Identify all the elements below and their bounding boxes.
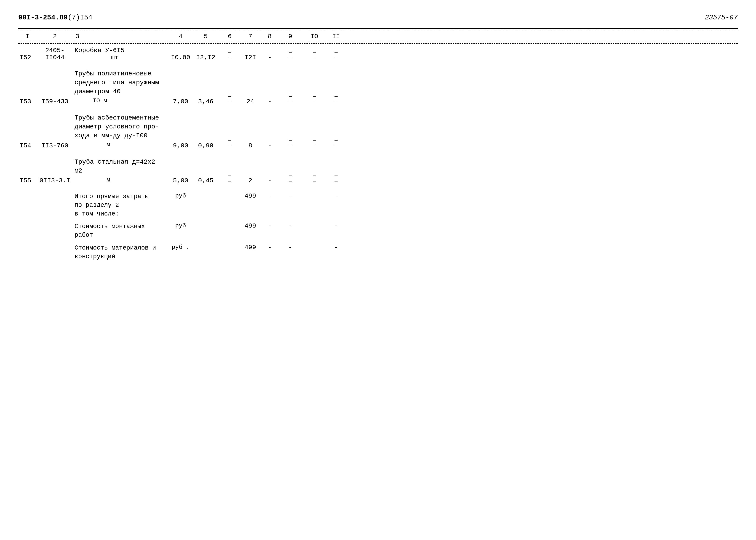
summary-col6-2 [220,221,240,223]
row-id: I54 [18,141,37,150]
summary-id-2 [18,221,37,223]
summary-col11-3: - [327,243,345,252]
dashed-divider-3 [18,43,738,44]
row-col4: 9,00 [169,141,192,150]
row-col11: —— [327,92,345,106]
summary-unit-2: руб [169,221,192,230]
row-col8: - [261,97,279,106]
col-header-10: IO [302,33,327,40]
row-id: I53 [18,97,37,106]
row-description: Коробка У-6I5шт [73,46,169,62]
row-col5: 0,90 [192,141,220,150]
table-row: I52 2405-II044 Коробка У-6I5шт I0,00 I2,… [18,46,738,63]
row-col10: —— [302,48,327,62]
col-header-4: 4 [169,33,192,40]
dashed-divider-2 [18,42,738,42]
summary-col5-1 [192,192,220,193]
table-row: I53 I59-433 Трубы полиэтиленовыесреднего… [18,68,738,107]
row-col10: —— [302,136,327,150]
row-code: 0II3-3.I [37,176,73,185]
row-code: I59-433 [37,97,73,106]
row-description: Трубы полиэтиленовыесреднего типа наружн… [73,68,169,106]
row-code: 2405-II044 [37,46,73,62]
summary-col5-2 [192,221,220,223]
row-col6: —— [220,171,240,185]
row-col8: - [261,176,279,185]
col-header-7: 7 [240,33,261,40]
row-col8: - [261,53,279,62]
row-id: I55 [18,176,37,185]
summary-code-3 [37,243,73,245]
summary-col11-2: - [327,221,345,230]
dashed-divider-1 [18,30,738,30]
col-header-11: II [327,33,345,40]
column-headers: I 2 3 4 5 6 7 8 9 IO II [18,31,738,42]
row-code: II3-760 [37,141,73,150]
row-col8: - [261,141,279,150]
row-col11: —— [327,171,345,185]
doc-number-right: 23575-07 [705,14,738,22]
summary-col8-1: - [261,192,279,201]
row-col9: —— [279,92,302,106]
row-col4: I0,00 [169,53,192,62]
summary-unit-3: руб . [169,243,192,252]
row-col9: —— [279,136,302,150]
row-col9: —— [279,48,302,62]
summary-col8-3: - [261,243,279,252]
row-col9: —— [279,171,302,185]
summary-code-1 [37,192,73,193]
row-col7: 8 [240,141,261,150]
doc-number-left: 90I-3-254.89 [18,14,68,22]
col-header-5: 5 [192,33,220,40]
row-col5: 3,46 [192,97,220,106]
summary-col9-2: - [279,221,302,230]
row-description: Трубы асбестоцементныедиаметр условного … [73,112,169,150]
doc-number-center: (7) [68,14,80,22]
row-col4: 7,00 [169,97,192,106]
summary-col9-1: - [279,192,302,201]
summary-col6-1 [220,192,240,193]
summary-col6-3 [220,243,240,245]
col-header-3: 3 [73,33,169,40]
summary-col7-1: 499 [240,192,261,201]
summary-section: Итого прямые затратыпо разделу 2в том чи… [18,192,738,262]
row-col7: 2 [240,176,261,185]
col-header-6: 6 [220,33,240,40]
summary-unit-1: руб [169,192,192,200]
row-col5: I2,I2 [192,53,220,62]
row-description: Труба стальная д=42х2м2м [73,157,169,185]
summary-desc-2: Стоимость монтажныхработ [73,221,169,241]
page-header: 90I-3-254.89 (7) I54 23575-07 [18,14,738,22]
row-col7: I2I [240,53,261,62]
col-header-2: 2 [37,33,73,40]
summary-col5-3 [192,243,220,245]
summary-col8-2: - [261,221,279,230]
summary-id-3 [18,243,37,245]
row-col7: 24 [240,97,261,106]
summary-code-2 [37,221,73,223]
row-col10: —— [302,92,327,106]
row-col6: —— [220,48,240,62]
table-row: I55 0II3-3.I Труба стальная д=42х2м2м 5,… [18,157,738,186]
top-divider [18,28,738,29]
row-col11: —— [327,136,345,150]
summary-col10-3 [302,243,327,245]
summary-id-1 [18,192,37,193]
table-row: I54 II3-760 Трубы асбестоцементныедиамет… [18,112,738,151]
col-header-1: I [18,33,37,40]
row-col5: 0,45 [192,176,220,185]
row-col11: —— [327,48,345,62]
summary-col7-3: 499 [240,243,261,252]
summary-col10-1 [302,192,327,193]
summary-desc-3: Стоимость материалов иконструкций [73,243,169,262]
summary-col11-1: - [327,192,345,201]
summary-desc-1: Итого прямые затратыпо разделу 2в том чи… [73,192,169,219]
row-id: I52 [18,53,37,62]
doc-number-mid: I54 [80,14,92,22]
summary-col7-2: 499 [240,221,261,230]
row-col6: —— [220,136,240,150]
row-col10: —— [302,171,327,185]
row-col6: —— [220,92,240,106]
col-header-9: 9 [279,33,302,40]
row-col4: 5,00 [169,176,192,185]
